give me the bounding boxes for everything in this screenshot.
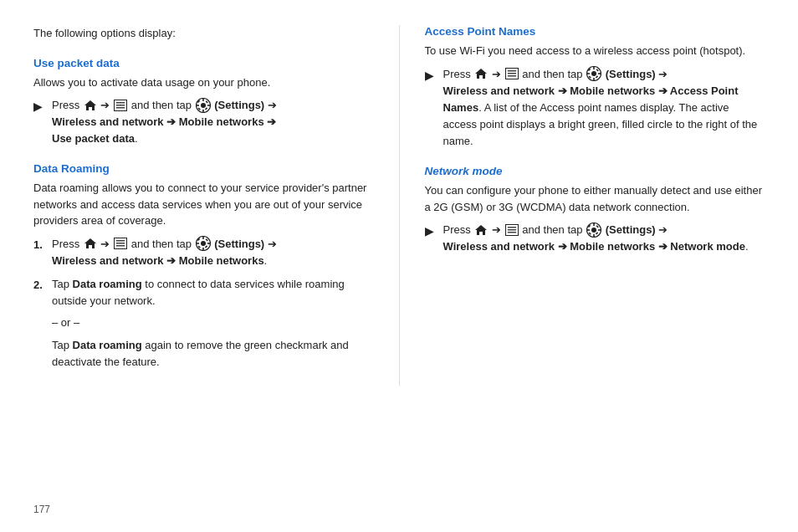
svg-rect-0 (116, 102, 125, 103)
intro-section: The following options display: (33, 25, 374, 42)
data-roaming-title: Data Roaming (33, 162, 374, 175)
svg-rect-21 (207, 243, 210, 245)
home-icon-3 (474, 67, 488, 80)
menu-icon-2 (114, 238, 127, 249)
and-then-tap-text: and then tap (131, 99, 195, 111)
network-mode-steps: ▶ Press ➔ and then tap (425, 222, 765, 255)
step-item: ▶ Press ➔ a (33, 97, 374, 147)
svg-rect-15 (116, 246, 125, 247)
svg-rect-20 (197, 243, 199, 245)
network-mode-section: Network mode You can configure your phon… (425, 165, 765, 255)
bullet-arrow-icon-2: ▶ (425, 66, 443, 84)
network-mode-step: ▶ Press ➔ and then tap (425, 222, 765, 255)
network-mode-body: You can configure your phone to either m… (425, 182, 765, 215)
svg-rect-27 (507, 73, 515, 74)
svg-rect-40 (507, 229, 515, 230)
bullet-arrow-icon-3: ▶ (425, 222, 443, 240)
step-1-content: Press ➔ and then tap (52, 236, 374, 269)
access-point-step-content: Press ➔ and then tap (443, 66, 765, 151)
svg-rect-34 (598, 73, 601, 74)
and-then-tap-2: and then tap (131, 238, 195, 250)
svg-rect-49 (596, 232, 598, 234)
tap-text-1: Tap (52, 278, 73, 290)
data-roaming-section: Data Roaming Data roaming allows you to … (33, 162, 374, 370)
svg-rect-13 (116, 241, 125, 242)
svg-rect-31 (593, 67, 595, 69)
settings-icon-3 (586, 66, 601, 81)
use-packet-data-body: Allows you to activate data usage on you… (33, 74, 374, 91)
svg-rect-19 (202, 248, 204, 250)
arrow-4: ➔ (492, 223, 504, 236)
press-text: Press (52, 99, 83, 111)
menu-icon-3 (505, 68, 519, 79)
access-point-step: ▶ Press ➔ and then tap (425, 66, 765, 151)
home-icon (84, 99, 97, 112)
svg-rect-28 (507, 75, 515, 76)
use-packet-data-section: Use packet data Allows you to activate d… (33, 57, 374, 148)
step-content: Press ➔ and then tap (52, 97, 374, 147)
or-line: – or – (52, 315, 374, 331)
svg-rect-10 (205, 107, 207, 110)
intro-text: The following options display: (33, 25, 374, 42)
press-text-3: Press (443, 68, 474, 80)
period: . (135, 132, 138, 145)
svg-rect-6 (202, 110, 204, 112)
svg-rect-14 (116, 243, 125, 244)
data-roaming-bold-1: Data roaming (73, 278, 142, 290)
network-mode-title: Network mode (425, 165, 765, 177)
home-icon-2 (84, 237, 97, 250)
settings-icon-4 (586, 223, 601, 238)
svg-rect-23 (205, 246, 207, 248)
step-item-1: 1. Press ➔ and then tap (33, 236, 374, 269)
tap-text-3: Tap (52, 339, 73, 351)
svg-point-30 (591, 71, 596, 76)
period-2: . (264, 254, 268, 267)
svg-rect-41 (507, 232, 515, 233)
use-packet-data-title: Use packet data (33, 57, 374, 69)
svg-rect-1 (116, 105, 125, 105)
home-icon-4 (474, 223, 488, 237)
settings-label-2: (Settings) ➔ (214, 238, 277, 250)
svg-rect-11 (205, 100, 207, 103)
left-column: The following options display: Use packe… (33, 25, 400, 386)
page-number: 177 (33, 504, 50, 515)
step-num-1: 1. (33, 236, 52, 253)
svg-rect-44 (593, 223, 595, 226)
svg-rect-26 (507, 70, 515, 71)
svg-rect-7 (197, 105, 199, 106)
svg-rect-5 (202, 99, 204, 101)
press-text-4: Press (443, 223, 474, 236)
step-num-2: 2. (33, 276, 52, 294)
arrow-2: ➔ (100, 238, 113, 250)
settings-label: (Settings) ➔ (214, 99, 277, 111)
svg-rect-32 (593, 78, 595, 80)
svg-rect-46 (587, 229, 590, 231)
svg-rect-2 (116, 107, 125, 108)
access-point-names-body: To use Wi-Fi you need access to a wirele… (425, 43, 765, 59)
data-roaming-steps: 1. Press ➔ and then tap (33, 236, 374, 371)
step-2-content: Tap Data roaming to connect to data serv… (52, 276, 374, 371)
settings-label-3: (Settings) ➔ (606, 68, 668, 80)
packet-data-path: Wireless and network ➔ Mobile networks ➔… (52, 115, 276, 145)
settings-icon (196, 98, 211, 113)
access-point-text-after: . A list of the Access point names displ… (443, 101, 758, 147)
step-item-2: 2. Tap Data roaming to connect to data s… (33, 276, 374, 371)
bullet-arrow-icon: ▶ (33, 97, 52, 115)
settings-icon-2 (196, 236, 211, 251)
svg-point-17 (201, 241, 206, 246)
right-column: Access Point Names To use Wi-Fi you need… (400, 25, 765, 386)
data-roaming-body: Data roaming allows you to connect to yo… (33, 180, 374, 229)
and-then-tap-3: and then tap (522, 68, 586, 80)
settings-label-4: (Settings) ➔ (606, 223, 668, 236)
network-mode-path: Wireless and network ➔ Mobile networks ➔… (443, 240, 745, 253)
svg-point-4 (201, 103, 206, 108)
data-roaming-bold-2: Data roaming (73, 339, 142, 351)
svg-rect-36 (596, 75, 598, 78)
and-then-tap-4: and then tap (522, 223, 586, 236)
svg-rect-39 (507, 227, 515, 228)
arrow-3: ➔ (492, 68, 504, 80)
access-point-names-section: Access Point Names To use Wi-Fi you need… (425, 25, 765, 150)
menu-icon (114, 100, 127, 111)
svg-rect-24 (205, 239, 207, 242)
network-mode-step-content: Press ➔ and then tap (443, 222, 765, 255)
